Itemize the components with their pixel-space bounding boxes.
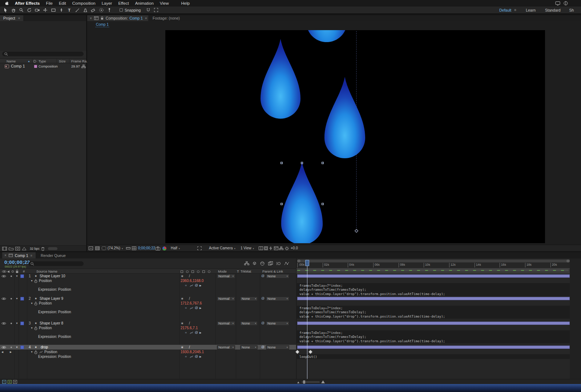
zoom-tool[interactable] xyxy=(18,7,25,13)
menu-view[interactable]: View xyxy=(160,1,169,5)
expression-enable-icon[interactable]: = xyxy=(185,283,187,287)
menu-animation[interactable]: Animation xyxy=(135,1,154,5)
layer-name[interactable]: drop xyxy=(41,345,48,350)
workspace-clipped[interactable]: Sh xyxy=(569,8,574,12)
pan-behind-tool[interactable] xyxy=(42,7,49,13)
work-area[interactable] xyxy=(296,269,570,274)
workspace-learn[interactable]: Learn xyxy=(526,8,536,12)
workspace-standard[interactable]: Standard xyxy=(545,8,561,12)
sort-asc-icon[interactable]: ▲ xyxy=(28,59,30,64)
draft-3d-icon[interactable] xyxy=(252,261,257,266)
menubar-control-center-icon[interactable] xyxy=(564,1,568,5)
selection-handle[interactable] xyxy=(322,162,324,164)
stopwatch-icon[interactable] xyxy=(34,302,37,306)
label-column-icon[interactable] xyxy=(33,60,36,63)
solo-icon[interactable] xyxy=(11,323,12,324)
project-scroll-pill[interactable] xyxy=(48,247,57,250)
collapse-transformations-icon[interactable]: ∗ xyxy=(181,274,183,278)
header-t[interactable]: T xyxy=(237,269,239,274)
quality-icon[interactable]: / xyxy=(189,345,190,350)
menu-help[interactable]: Help xyxy=(181,1,190,5)
bit-depth-label[interactable]: 32 bpc xyxy=(30,246,40,252)
layer-name[interactable]: Shape Layer 8 xyxy=(40,321,63,326)
apple-menu[interactable] xyxy=(5,1,9,6)
quality-icon[interactable]: / xyxy=(189,321,190,326)
clone-stamp-tool[interactable] xyxy=(82,7,89,13)
eraser-tool[interactable] xyxy=(90,7,97,13)
app-menu[interactable]: After Effects xyxy=(15,1,40,5)
workspace-default[interactable]: Default xyxy=(499,8,511,12)
view-layout-dropdown[interactable]: 1 View▾ xyxy=(241,245,254,252)
item-name[interactable]: Comp 1 xyxy=(11,64,25,69)
zoom-in-mountain-icon[interactable] xyxy=(321,380,325,383)
label-color-swatch[interactable] xyxy=(20,297,24,301)
expression-language-icon[interactable]: ▶ xyxy=(199,355,201,359)
layer-row[interactable]: ▼ 3 ★ Shape Layer 8 ∗ / Normal▾ None▾ @ … xyxy=(0,321,296,326)
snapshot-icon[interactable] xyxy=(156,246,160,250)
menu-layer[interactable]: Layer xyxy=(102,1,112,5)
expression-pickwhip-icon[interactable]: @ xyxy=(195,355,198,359)
region-of-interest-icon[interactable] xyxy=(197,246,202,250)
menu-effect[interactable]: Effect xyxy=(118,1,129,5)
hide-shy-layers-icon[interactable] xyxy=(260,261,265,266)
property-name[interactable]: Position xyxy=(39,326,52,330)
twirl-icon[interactable]: ▼ xyxy=(31,301,33,306)
share-view-icon[interactable] xyxy=(259,246,263,250)
stopwatch-icon[interactable] xyxy=(34,279,37,283)
rotation-tool[interactable] xyxy=(26,7,33,13)
expression-row[interactable]: Expression: Position = @ ▶ xyxy=(0,283,296,296)
puppet-pin-tool[interactable] xyxy=(106,7,113,13)
snapping-control[interactable]: Snapping xyxy=(120,8,141,12)
parent-pickwhip-icon[interactable]: @ xyxy=(261,274,265,278)
layer-duration-bar[interactable] xyxy=(297,274,570,278)
label-color-swatch[interactable] xyxy=(20,274,24,278)
expression-pickwhip-icon[interactable]: @ xyxy=(195,283,198,287)
position-property-row[interactable]: ◀ ▶ ▼ Position 1930.8,2045.1 xyxy=(0,350,296,354)
layer-name[interactable]: Shape Layer 10 xyxy=(40,274,65,278)
current-timecode[interactable]: 0;00;00;22 xyxy=(4,260,30,265)
layer-duration-bar[interactable] xyxy=(297,346,570,349)
layer-duration-bar[interactable] xyxy=(297,297,570,300)
quality-icon[interactable]: / xyxy=(189,296,190,301)
panel-menu-icon[interactable]: ≡ xyxy=(18,16,20,20)
graph-editor-icon[interactable] xyxy=(284,261,289,266)
stopwatch-icon[interactable] xyxy=(34,350,37,354)
blend-mode-dropdown[interactable]: Normal▾ xyxy=(217,345,235,350)
expression-graph-icon[interactable] xyxy=(190,307,193,310)
toggle-inout-icon[interactable] xyxy=(13,380,17,384)
graph-editor-set-icon[interactable] xyxy=(39,351,43,354)
twirl-icon[interactable]: ▼ xyxy=(16,345,18,350)
expression-field[interactable]: framesToDelay=7*index; delay=framesToTim… xyxy=(296,306,570,319)
view-mode-dropdown[interactable]: Active Camera▾ xyxy=(209,245,235,252)
layer-row[interactable]: ▼ 2 ★ Shape Layer 9 ∗ / Normal▾ None▾ @ … xyxy=(0,296,296,301)
trash-icon[interactable] xyxy=(41,247,45,251)
panel-menu-icon[interactable]: ≡ xyxy=(31,254,32,257)
layer-row-selected[interactable]: ▼ 4 ★ drop ∗ / Normal▾ None▾ @ None▾ xyxy=(0,345,296,350)
twirl-icon[interactable]: ▼ xyxy=(16,274,18,278)
header-trkmat[interactable]: TrkMat xyxy=(241,269,251,274)
expression-language-icon[interactable]: ▶ xyxy=(199,306,201,310)
twirl-icon[interactable]: ▼ xyxy=(31,278,33,283)
workspace-menu-icon[interactable]: ≡ xyxy=(514,8,516,12)
snap-magnet-icon[interactable] xyxy=(145,7,152,13)
position-value[interactable]: 1930.8,2045.1 xyxy=(181,350,204,354)
project-search-input[interactable] xyxy=(2,52,84,56)
parent-pickwhip-icon[interactable]: @ xyxy=(261,321,265,326)
blend-mode-dropdown[interactable]: Normal▾ xyxy=(217,274,235,278)
menubar-display-icon[interactable] xyxy=(555,1,560,5)
magnification-dropdown[interactable]: (74.2%)▾ xyxy=(108,245,123,252)
col-size[interactable]: Size xyxy=(59,59,65,64)
header-index[interactable]: # xyxy=(23,269,25,274)
viewer-timecode[interactable]: 0;00;00;22 xyxy=(138,245,155,252)
position-value[interactable]: 2360.6,1168.0 xyxy=(181,278,203,283)
snapping-checkbox[interactable] xyxy=(120,8,123,12)
solo-icon[interactable] xyxy=(11,347,12,348)
parent-dropdown[interactable]: None▾ xyxy=(266,321,289,326)
project-tab[interactable]: Project ≡ xyxy=(0,15,23,21)
current-time-indicator-head[interactable] xyxy=(305,260,309,266)
solo-icon[interactable] xyxy=(11,275,12,277)
position-value[interactable]: 1712.6,767.6 xyxy=(181,301,202,306)
flowchart-button-icon[interactable] xyxy=(279,246,283,250)
twirl-icon[interactable]: ▼ xyxy=(16,296,18,301)
col-type[interactable]: Type xyxy=(39,59,46,64)
